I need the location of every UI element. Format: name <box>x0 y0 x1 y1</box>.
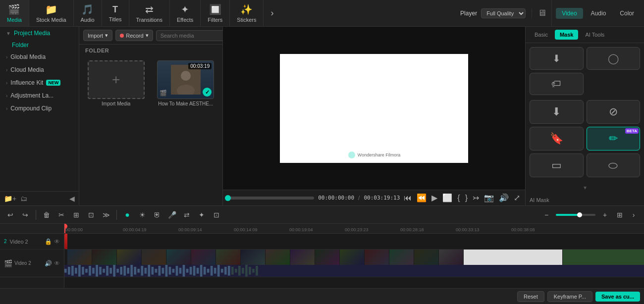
sidebar-item-global-media[interactable]: › Global Media <box>0 51 79 63</box>
zoom-handle[interactable] <box>577 212 582 217</box>
subtab-basic[interactable]: Basic <box>530 30 553 40</box>
sidebar-folder[interactable]: Folder <box>0 40 79 51</box>
tab-video[interactable]: Video <box>556 8 583 19</box>
play-icon[interactable]: ▶ <box>431 193 437 203</box>
toolbar-media[interactable]: 🎬 Media <box>0 0 29 26</box>
list-item[interactable]: 00:03:19 🎬 ✓ How To Make AESTHE... <box>153 60 219 106</box>
mask-tool-arrow-down[interactable]: ⬇ <box>530 100 584 124</box>
zoom-minus-icon[interactable]: − <box>540 208 553 221</box>
smart-album-icon[interactable]: 🗂 <box>20 195 27 203</box>
progress-bar[interactable] <box>228 197 314 200</box>
out-point-icon[interactable]: } <box>465 194 468 203</box>
zoom-plus-icon[interactable]: + <box>598 208 611 221</box>
snapshot-icon[interactable]: 📷 <box>484 193 494 203</box>
mask-tool-oval[interactable]: ⬭ <box>587 153 641 177</box>
svg-rect-51 <box>224 267 227 275</box>
zoom-slider[interactable] <box>556 214 595 216</box>
toolbar-transitions[interactable]: ⇄ Transitions <box>129 0 170 26</box>
svg-rect-10 <box>82 267 84 275</box>
trim-icon[interactable]: ⊡ <box>85 208 98 221</box>
video-track[interactable] <box>64 250 644 265</box>
toolbar-stickers[interactable]: ✨ Stickers <box>230 0 264 26</box>
record-button[interactable]: Record ▾ <box>115 30 153 41</box>
media-item-label: How To Make AESTHE... <box>158 101 213 106</box>
tab-color[interactable]: Color <box>614 8 640 19</box>
skip-back-icon[interactable]: ⏮ <box>404 194 412 203</box>
ruler-tick: 00:00:09:14 <box>178 227 202 233</box>
autocolor-icon[interactable]: ☀ <box>136 208 149 221</box>
mask-tool-tag2[interactable]: 🔖 <box>530 127 584 151</box>
sidebar-item-cloud-media[interactable]: › Cloud Media <box>0 63 79 76</box>
lock-icon[interactable]: 🔒 <box>45 238 52 245</box>
list-item[interactable]: + Import Media <box>83 60 149 106</box>
sidebar-item-influence-kit[interactable]: › Influence Kit NEW <box>0 76 79 89</box>
search-input[interactable] <box>156 30 233 41</box>
toolbar-titles[interactable]: T Titles <box>102 0 129 26</box>
reset-button[interactable]: Reset <box>517 291 544 302</box>
import-button[interactable]: Import ▾ <box>83 30 112 41</box>
toolbar-audio[interactable]: 🎵 Audio <box>74 0 102 26</box>
time-divider: / <box>358 195 360 202</box>
toolbar-more[interactable]: › <box>264 0 280 26</box>
speaker-track-icon[interactable]: 🔊 <box>45 260 52 267</box>
mask-tool-tag[interactable]: 🏷 <box>530 73 584 95</box>
stock-media-icon: 📁 <box>45 3 57 15</box>
transition-tl-icon[interactable]: ⇄ <box>180 208 193 221</box>
audio-track[interactable] <box>64 265 644 277</box>
frame-thumb <box>191 250 216 265</box>
playhead[interactable] <box>64 224 65 233</box>
toolbar-effects[interactable]: ✦ Effects <box>170 0 201 26</box>
split-icon[interactable]: ⊡ <box>210 208 223 221</box>
collapse-button[interactable]: ◀ <box>69 195 75 203</box>
shield-icon[interactable]: ⛨ <box>151 208 163 221</box>
sidebar-label: Cloud Media <box>10 66 44 73</box>
timeline-right: 00:00:00 00:00:04:19 00:00:09:14 00:00:1… <box>64 224 644 288</box>
sidebar-item-project-media[interactable]: ▼ Project Media <box>0 27 79 40</box>
red-clip[interactable] <box>64 234 67 249</box>
cut-icon[interactable]: ✂ <box>55 208 68 221</box>
more-tools-icon[interactable]: ≫ <box>100 208 112 221</box>
eye-track-icon[interactable]: 👁 <box>54 260 60 267</box>
undo-icon[interactable]: ↩ <box>4 208 17 221</box>
crop-tool-icon[interactable]: ⊞ <box>70 208 83 221</box>
mask-tool-slash[interactable]: ⊘ <box>587 100 641 124</box>
sidebar-item-compound-clip[interactable]: › Compound Clip <box>0 102 79 115</box>
subtab-ai-tools[interactable]: AI Tools <box>580 30 609 40</box>
keyframe-button[interactable]: Keyframe P... <box>547 291 592 302</box>
speaker-icon[interactable]: 🔊 <box>499 193 509 203</box>
video-clip <box>67 250 644 265</box>
crop-icon[interactable]: ⬜ <box>442 193 452 203</box>
mark-icon[interactable]: ↣ <box>473 193 479 203</box>
svg-rect-5 <box>64 269 67 273</box>
import-thumb[interactable]: + <box>88 60 145 99</box>
frame-thumb <box>315 250 340 265</box>
mask-tool-rect[interactable]: ▭ <box>530 153 584 177</box>
track-video1-label: Video 2 <box>14 260 31 266</box>
tab-audio[interactable]: Audio <box>585 8 612 19</box>
sidebar-item-adjustment-la[interactable]: › Adjustment La... <box>0 89 79 102</box>
eye-icon[interactable]: 👁 <box>54 238 60 245</box>
step-back-icon[interactable]: ⏪ <box>417 193 427 203</box>
toolbar-stock-media[interactable]: 📁 Stock Media <box>29 0 74 26</box>
chevron-icon: › <box>6 93 7 99</box>
effects-tl-icon[interactable]: ✦ <box>195 208 208 221</box>
fullscreen-icon[interactable]: ⤢ <box>514 193 520 203</box>
grid-view-icon[interactable]: ⊞ <box>613 208 626 221</box>
video-thumb[interactable]: 00:03:19 🎬 ✓ <box>157 60 214 99</box>
mask-tool-pen[interactable]: BETA ✏ <box>587 127 641 151</box>
save-as-button[interactable]: Save as cu... <box>595 292 640 302</box>
more-view-icon[interactable]: › <box>627 208 640 221</box>
in-point-icon[interactable]: { <box>457 194 460 203</box>
progress-handle[interactable] <box>225 195 231 201</box>
mask-tool-circle[interactable]: ◯ <box>587 47 641 70</box>
add-folder-icon[interactable]: 📁+ <box>4 195 16 203</box>
subtab-mask[interactable]: Mask <box>555 30 579 40</box>
mic-icon[interactable]: 🎤 <box>165 208 178 221</box>
redo-icon[interactable]: ↪ <box>19 208 32 221</box>
quality-select[interactable]: Full Quality <box>481 8 526 18</box>
toolbar-filters[interactable]: 🔲 Filters <box>201 0 230 26</box>
player-preview: Wondershare Filmora <box>280 54 468 163</box>
snap-icon[interactable]: ● <box>121 208 134 221</box>
delete-icon[interactable]: 🗑 <box>40 208 53 221</box>
mask-tool-download[interactable]: ⬇ <box>530 47 584 70</box>
